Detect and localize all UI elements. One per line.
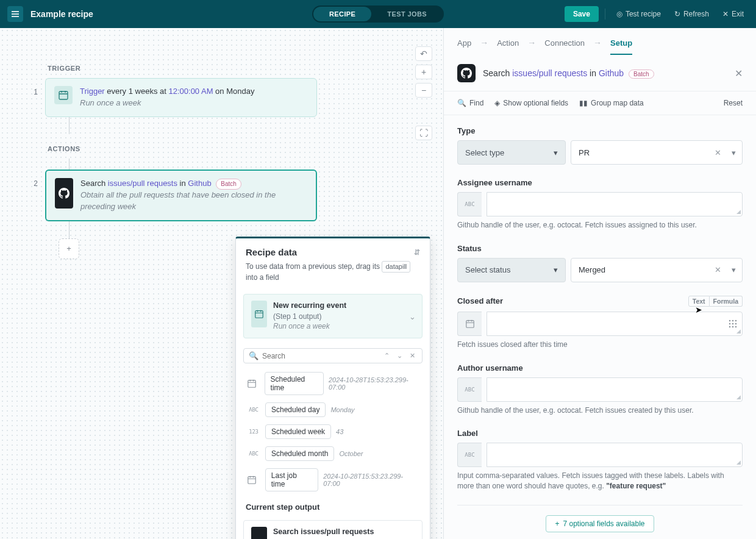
refresh-button[interactable]: ↻Refresh (669, 7, 714, 21)
svg-point-16 (735, 326, 736, 327)
batch-badge: Batch (629, 70, 654, 79)
github-icon (457, 64, 476, 82)
chevron-down-icon[interactable]: ⌄ (409, 312, 416, 321)
search-icon: 🔍 (457, 99, 466, 107)
svg-point-10 (735, 320, 736, 321)
group-map-button[interactable]: ▮▮Group map data (579, 99, 644, 107)
datapill[interactable]: Scheduled time (265, 372, 324, 395)
crumb-app[interactable]: App (457, 38, 471, 48)
tab-test-jobs[interactable]: TEST JOBS (371, 7, 443, 21)
prev-result[interactable]: ⌃ (382, 352, 391, 360)
datapill-type-icon (247, 475, 260, 485)
formula-mode[interactable]: Formula (710, 296, 743, 307)
popover-step-2[interactable]: Search issues/pull requests (Step 2 outp… (243, 520, 423, 539)
caret-down-icon: ▾ (554, 148, 558, 157)
label-field-label: Label (457, 429, 743, 438)
type-value-select[interactable]: PR ✕ ▾ (571, 140, 743, 165)
calendar-icon (54, 86, 73, 104)
zoom-out-button[interactable]: − (415, 83, 432, 98)
search-input[interactable] (262, 352, 379, 360)
step-number: 2 (29, 170, 38, 188)
save-button[interactable]: Save (565, 6, 599, 22)
fit-button[interactable]: ⛶ (415, 126, 432, 140)
calendar-type-icon (457, 312, 482, 336)
closed-after-input[interactable]: ◢ (487, 312, 743, 336)
author-label: Author username (457, 363, 743, 373)
recipe-menu-icon[interactable] (7, 6, 23, 22)
optional-fields-button[interactable]: +7 optional fields available (546, 515, 654, 532)
trigger-step-card[interactable]: Trigger every 1 weeks at 12:00:00 AM on … (45, 78, 317, 117)
reset-button[interactable]: Reset (724, 99, 743, 107)
datapill-sample: October (339, 450, 363, 457)
status-label: Status (457, 244, 743, 253)
setup-panel: App→ Action→ Connection→ Setup Search is… (444, 28, 756, 539)
clear-search[interactable]: ✕ (408, 352, 417, 360)
datapill[interactable]: Scheduled day (265, 402, 326, 417)
test-recipe-button[interactable]: ◎Test recipe (612, 7, 666, 21)
tab-recipe[interactable]: RECIPE (313, 7, 371, 21)
current-step-output-label: Current step output (236, 495, 430, 515)
svg-rect-1 (12, 13, 19, 15)
actions-section-label: ACTIONS (48, 145, 317, 152)
zoom-in-button[interactable]: + (415, 65, 432, 79)
github-icon (251, 527, 267, 539)
datapill-row: ABCScheduled monthOctober (236, 443, 430, 465)
undo-button[interactable]: ↶ (415, 46, 432, 61)
plus-icon: + (555, 519, 559, 528)
grid-icon[interactable] (729, 319, 737, 328)
add-step-button[interactable]: + (59, 238, 79, 259)
svg-point-9 (732, 320, 733, 321)
app-header: Example recipe RECIPE TEST JOBS Save ◎Te… (0, 0, 756, 28)
refresh-icon: ↻ (674, 10, 680, 18)
assignee-input[interactable]: ◢ (487, 192, 743, 216)
datapill-sample: Monday (330, 406, 354, 413)
label-input[interactable]: ◢ (487, 443, 743, 467)
datapill[interactable]: Scheduled week (265, 424, 331, 439)
datapill-row: Scheduled time2024-10-28T15:53:23.299-07… (236, 368, 430, 399)
status-dropdown[interactable]: Select status▾ (457, 258, 566, 282)
find-button[interactable]: 🔍Find (457, 99, 483, 107)
caret-down-icon: ▾ (554, 265, 558, 274)
crumb-connection[interactable]: Connection (544, 38, 585, 48)
datapill[interactable]: Scheduled month (265, 446, 334, 461)
next-result[interactable]: ⌄ (395, 352, 404, 360)
show-optional-button[interactable]: ◈Show optional fields (494, 99, 568, 107)
svg-point-14 (729, 326, 730, 327)
eye-icon: ◈ (494, 99, 500, 107)
datapill-row: 123Scheduled week43 (236, 421, 430, 443)
text-type-icon: ABC (457, 443, 482, 467)
datapill-type-icon: 123 (247, 429, 260, 435)
svg-rect-0 (12, 11, 19, 12)
text-type-icon: ABC (457, 192, 482, 216)
clear-icon[interactable]: ✕ (715, 148, 721, 157)
type-dropdown[interactable]: Select type▾ (457, 140, 566, 165)
text-mode[interactable]: Text (688, 296, 710, 307)
clear-icon[interactable]: ✕ (715, 265, 721, 274)
popover-step-1[interactable]: New recurring event (Step 1 output) Run … (243, 294, 423, 338)
crumb-action[interactable]: Action (497, 38, 519, 48)
author-input[interactable]: ◢ (487, 377, 743, 402)
popover-title: Recipe data (246, 247, 297, 257)
drag-handle-icon[interactable]: ⇵ (414, 248, 420, 257)
columns-icon: ▮▮ (579, 99, 588, 107)
datapill-type-icon: ABC (247, 451, 260, 457)
caret-down-icon[interactable]: ▾ (732, 265, 736, 274)
svg-rect-6 (248, 477, 255, 484)
close-panel-button[interactable]: ✕ (735, 68, 743, 79)
status-value-select[interactable]: Merged ✕ ▾ (571, 258, 743, 282)
text-type-icon: ABC (457, 377, 482, 402)
trigger-section-label: TRIGGER (48, 65, 317, 72)
datapill-search[interactable]: 🔍 ⌃ ⌄ ✕ (243, 348, 423, 363)
batch-badge: Batch (216, 179, 241, 190)
input-mode-toggle[interactable]: Text Formula (688, 296, 743, 307)
datapill[interactable]: Last job time (265, 468, 318, 491)
exit-button[interactable]: ✕Exit (718, 7, 749, 21)
svg-rect-5 (248, 380, 255, 388)
close-icon: ✕ (722, 10, 729, 18)
crumb-setup[interactable]: Setup (610, 38, 632, 55)
datapill-sample: 43 (336, 428, 343, 435)
closed-after-label: Closed after (457, 296, 503, 305)
target-icon: ◎ (616, 10, 622, 18)
action-step-card[interactable]: Search issues/pull requests in Github Ba… (45, 170, 317, 221)
caret-down-icon[interactable]: ▾ (732, 148, 736, 157)
